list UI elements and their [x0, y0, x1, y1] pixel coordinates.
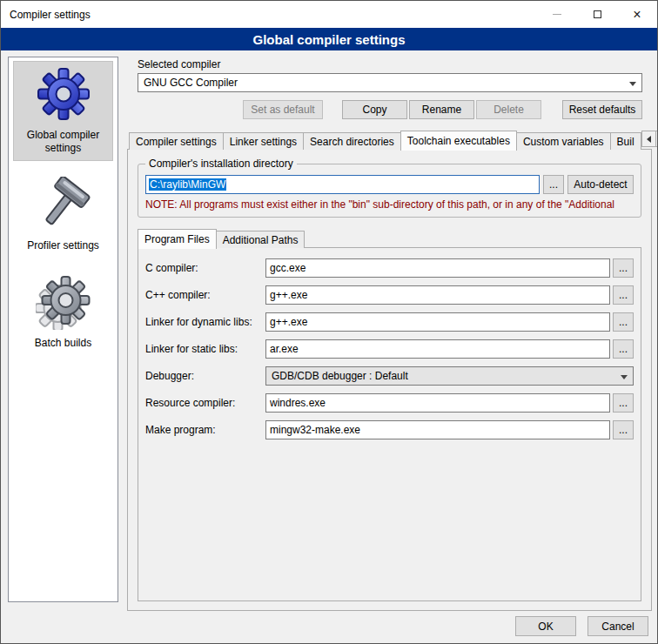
- installation-directory-groupbox: Compiler's installation directory C:\ray…: [138, 164, 641, 218]
- c-compiler-row: C compiler: ...: [145, 258, 634, 278]
- maximize-button[interactable]: [577, 1, 617, 28]
- tab-linker-settings[interactable]: Linker settings: [223, 132, 304, 150]
- tab-scroll-arrows: [641, 131, 658, 147]
- dialog-header: Global compiler settings: [1, 28, 657, 50]
- chevron-down-icon: [621, 375, 628, 379]
- dynamic-linker-label: Linker for dynamic libs:: [145, 316, 265, 328]
- tab-search-directories[interactable]: Search directories: [303, 132, 401, 150]
- dynamic-linker-row: Linker for dynamic libs: ...: [145, 312, 634, 332]
- sidebar-item-label: Profiler settings: [27, 239, 99, 252]
- c-compiler-label: C compiler:: [145, 262, 265, 274]
- arrow-left-icon: [647, 136, 651, 143]
- sidebar-item-label: Global compiler settings: [16, 129, 111, 155]
- make-program-label: Make program:: [145, 424, 265, 436]
- static-linker-browse-button[interactable]: ...: [613, 339, 634, 359]
- dialog-header-title: Global compiler settings: [252, 32, 405, 47]
- make-program-row: Make program: ...: [145, 420, 634, 439]
- settings-category-list: Global compiler settings Profiler settin…: [8, 57, 118, 602]
- installation-directory-row: C:\raylib\MinGW ... Auto-detect: [145, 175, 634, 194]
- debugger-dropdown[interactable]: GDB/CDB debugger : Default: [265, 366, 634, 386]
- tab-additional-paths[interactable]: Additional Paths: [216, 231, 306, 248]
- tab-toolchain-executables[interactable]: Toolchain executables: [400, 131, 517, 151]
- autodetect-button[interactable]: Auto-detect: [567, 175, 634, 194]
- make-program-input[interactable]: [265, 420, 610, 439]
- reset-defaults-button[interactable]: Reset defaults: [562, 100, 642, 119]
- sidebar-item-label: Batch builds: [35, 337, 91, 350]
- cpp-compiler-input[interactable]: [265, 285, 610, 305]
- dynamic-linker-browse-button[interactable]: ...: [613, 312, 634, 332]
- resource-compiler-input[interactable]: [265, 393, 610, 413]
- cancel-button[interactable]: Cancel: [588, 616, 648, 636]
- resource-compiler-row: Resource compiler: ...: [145, 393, 634, 413]
- gray-gear-stack-icon: [36, 274, 91, 330]
- close-icon: ×: [633, 8, 641, 22]
- window-controls: ×: [537, 1, 657, 28]
- cpp-compiler-browse-button[interactable]: ...: [613, 285, 634, 305]
- make-program-browse-button[interactable]: ...: [613, 420, 634, 439]
- installation-directory-title: Compiler's installation directory: [145, 158, 297, 170]
- debugger-label: Debugger:: [145, 370, 265, 382]
- debugger-row: Debugger: GDB/CDB debugger : Default: [145, 366, 634, 386]
- sidebar-item-profiler-settings[interactable]: Profiler settings: [13, 171, 113, 258]
- c-compiler-input[interactable]: [265, 258, 610, 278]
- rename-button[interactable]: Rename: [409, 100, 474, 119]
- selected-compiler-label: Selected compiler: [138, 58, 220, 70]
- resource-compiler-label: Resource compiler:: [145, 397, 265, 409]
- delete-button: Delete: [476, 100, 541, 119]
- bin-subdirectory-note: NOTE: All programs must exist either in …: [145, 198, 634, 211]
- sidebar-item-global-compiler-settings[interactable]: Global compiler settings: [13, 61, 113, 161]
- program-files-tabstrip: Program Files Additional Paths: [138, 228, 641, 248]
- close-button[interactable]: ×: [617, 1, 657, 28]
- tab-build-options[interactable]: Buil: [610, 132, 641, 150]
- dynamic-linker-input[interactable]: [265, 312, 610, 332]
- static-linker-input[interactable]: [265, 339, 610, 359]
- debugger-value: GDB/CDB debugger : Default: [272, 370, 408, 382]
- ok-button[interactable]: OK: [515, 616, 576, 636]
- window-title: Compiler settings: [1, 9, 537, 21]
- copy-button[interactable]: Copy: [342, 100, 407, 119]
- profiler-hammer-icon: [36, 177, 91, 232]
- dialog-footer: OK Cancel: [515, 616, 648, 636]
- minimize-button: [537, 1, 577, 28]
- compiler-buttons-row: Set as default Copy Rename Delete Reset …: [138, 100, 642, 119]
- tab-custom-variables[interactable]: Custom variables: [516, 132, 611, 150]
- tab-compiler-settings[interactable]: Compiler settings: [129, 132, 224, 150]
- static-linker-row: Linker for static libs: ...: [145, 339, 634, 359]
- tab-scroll-left-button[interactable]: [641, 131, 656, 147]
- installation-directory-value: C:\raylib\MinGW: [149, 178, 226, 191]
- main-panel: Selected compiler GNU GCC Compiler Set a…: [127, 57, 652, 611]
- tab-scroll-right-button[interactable]: [655, 131, 658, 147]
- cpp-compiler-row: C++ compiler: ...: [145, 285, 634, 305]
- installation-directory-input[interactable]: C:\raylib\MinGW: [145, 175, 540, 194]
- selected-compiler-dropdown[interactable]: GNU GCC Compiler: [138, 73, 642, 92]
- resource-compiler-browse-button[interactable]: ...: [613, 393, 634, 413]
- installation-directory-browse-button[interactable]: ...: [543, 175, 564, 194]
- blue-gear-icon: [36, 66, 91, 122]
- settings-tabstrip: Compiler settings Linker settings Search…: [129, 130, 652, 150]
- static-linker-label: Linker for static libs:: [145, 343, 265, 355]
- selected-compiler-value: GNU GCC Compiler: [144, 77, 238, 89]
- set-as-default-button: Set as default: [243, 100, 323, 119]
- titlebar: Compiler settings ×: [1, 1, 657, 28]
- compiler-settings-dialog: Compiler settings × Global compiler sett…: [0, 0, 658, 644]
- program-files-panel: C compiler: ... C++ compiler: ... Linker…: [138, 247, 641, 601]
- toolchain-executables-panel: Compiler's installation directory C:\ray…: [127, 149, 652, 611]
- cpp-compiler-label: C++ compiler:: [145, 289, 265, 301]
- tab-program-files[interactable]: Program Files: [138, 229, 217, 249]
- maximize-icon: [594, 10, 601, 18]
- sidebar-item-batch-builds[interactable]: Batch builds: [13, 269, 113, 356]
- c-compiler-browse-button[interactable]: ...: [613, 258, 634, 278]
- chevron-down-icon: [629, 82, 636, 86]
- minimize-icon: [553, 14, 561, 15]
